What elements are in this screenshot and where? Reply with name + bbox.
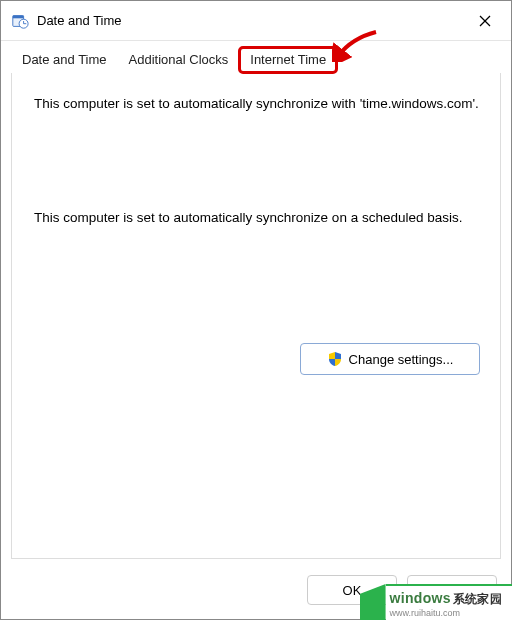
tab-additional-clocks[interactable]: Additional Clocks: [118, 47, 240, 73]
svg-rect-1: [13, 15, 24, 18]
date-time-window: Date and Time Date and Time Additional C…: [0, 0, 512, 620]
date-time-icon: [11, 12, 29, 30]
tab-content: This computer is set to automatically sy…: [11, 73, 501, 559]
tab-date-and-time[interactable]: Date and Time: [11, 47, 118, 73]
change-settings-button[interactable]: Change settings...: [300, 343, 480, 375]
close-icon: [479, 15, 491, 27]
tab-strip: Date and Time Additional Clocks Internet…: [1, 41, 511, 73]
change-settings-label: Change settings...: [349, 352, 454, 367]
titlebar: Date and Time: [1, 1, 511, 41]
ok-label: OK: [343, 583, 362, 598]
close-button[interactable]: [469, 9, 501, 33]
schedule-status-text: This computer is set to automatically sy…: [34, 209, 480, 227]
cancel-button[interactable]: Cancel: [407, 575, 497, 605]
tab-internet-time[interactable]: Internet Time: [239, 47, 337, 73]
uac-shield-icon: [327, 351, 343, 367]
ok-button[interactable]: OK: [307, 575, 397, 605]
dialog-button-row: OK Cancel: [1, 567, 511, 619]
cancel-label: Cancel: [436, 583, 476, 598]
window-title: Date and Time: [37, 13, 469, 28]
sync-status-text: This computer is set to automatically sy…: [34, 95, 480, 113]
